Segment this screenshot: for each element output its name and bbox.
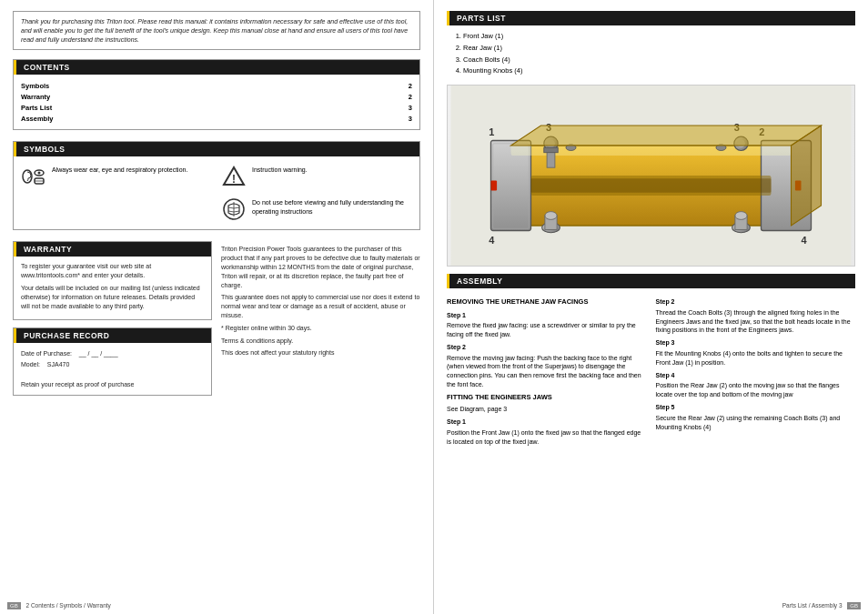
gb-badge-right: GB [847, 602, 861, 609]
intro-text: Thank you for purchasing this Triton too… [21, 18, 408, 43]
symbol-read: Do not use before viewing and fully unde… [221, 196, 412, 222]
warning-icon: ! [221, 164, 247, 189]
contents-page-symbols: 2 [409, 82, 412, 90]
tool-diagram-area: 1 2 3 3 4 4 [447, 85, 855, 267]
warranty-content: To register your guarantee visit our web… [14, 257, 211, 319]
svg-text:!: ! [232, 173, 236, 186]
fitting-step1-label: Step 1 [447, 418, 647, 427]
contents-label-symbols: Symbols [21, 82, 49, 90]
warning-text: Instruction warning. [252, 164, 308, 175]
purchase-date: Date of Purchase: __ / __ / ____ [21, 348, 204, 358]
left-page: Thank you for purchasing this Triton too… [0, 0, 434, 614]
warranty-section: WARRANTY To register your guarantee visi… [13, 241, 212, 320]
assembly-col-left: REMOVING THE URETHANE JAW FACINGS Step 1… [447, 294, 647, 449]
warranty-para-2: Your details will be included on our mai… [21, 284, 204, 310]
svg-point-2 [38, 172, 41, 175]
symbols-content: Always wear ear, eye and respiratory pro… [14, 156, 419, 229]
part-2: Rear Jaw (1) [463, 43, 855, 55]
step1-text: Remove the fixed jaw facing: use a screw… [447, 321, 647, 339]
guarantee-para-3: * Register online within 30 days. [221, 324, 420, 333]
bottom-row: WARRANTY To register your guarantee visi… [13, 241, 420, 403]
symbol-warning: ! Instruction warning. [221, 164, 412, 189]
footer-left-text: 2 Contents / Symbols / Warranty [25, 602, 110, 609]
svg-rect-38 [491, 181, 498, 191]
purchase-section: PURCHASE RECORD Date of Purchase: __ / _… [13, 327, 212, 396]
part-3: Coach Bolts (4) [463, 55, 855, 66]
symbol-ear-eye: Always wear ear, eye and respiratory pro… [21, 164, 212, 222]
contents-table: Symbols 2 Warranty 2 Parts List 3 Assemb… [14, 75, 419, 129]
rstep4-label: Step 4 [656, 371, 856, 380]
svg-text:4: 4 [802, 235, 808, 246]
removing-heading: REMOVING THE URETHANE JAW FACINGS [447, 297, 647, 307]
purchase-model: Model: SJA470 [21, 359, 204, 369]
contents-header: CONTENTS [14, 60, 419, 75]
svg-point-37 [735, 212, 747, 220]
assembly-header: ASSEMBLY [447, 274, 855, 288]
svg-rect-31 [544, 147, 558, 153]
intro-box: Thank you for purchasing this Triton too… [13, 11, 420, 50]
symbols-section: SYMBOLS Always w [13, 141, 420, 230]
purchase-header: PURCHASE RECORD [14, 328, 211, 343]
assembly-section: ASSEMBLY REMOVING THE URETHANE JAW FACIN… [447, 274, 855, 449]
contents-label-partslist: Parts List [21, 104, 52, 112]
contents-row-warranty: Warranty 2 [21, 91, 412, 102]
fitting-step1-text: Position the Front Jaw (1) onto the fixe… [447, 428, 647, 447]
rstep3-text: Fit the Mounting Knobs (4) onto the bolt… [656, 349, 856, 367]
svg-text:1: 1 [489, 126, 494, 137]
ear-eye-icon [21, 164, 46, 189]
contents-section: CONTENTS Symbols 2 Warranty 2 Parts List… [13, 59, 420, 130]
parts-list: Front Jaw (1) Rear Jaw (1) Coach Bolts (… [447, 31, 855, 77]
svg-point-34 [545, 212, 557, 220]
parts-list-section: PARTS LIST Front Jaw (1) Rear Jaw (1) Co… [447, 11, 855, 77]
assembly-col-right: Step 2 Thread the Coach Bolts (3) throug… [656, 294, 856, 449]
warranty-para-1: To register your guarantee visit our web… [21, 262, 204, 280]
contents-page-partslist: 3 [409, 104, 412, 112]
footer-right-text: Parts List / Assembly 3 [782, 602, 843, 609]
step2-label: Step 2 [447, 343, 647, 352]
guarantee-para-2: This guarantee does not apply to commerc… [221, 293, 420, 319]
contents-label-assembly: Assembly [21, 115, 53, 123]
parts-list-header: PARTS LIST [447, 11, 855, 25]
footer-right: Parts List / Assembly 3 GB [782, 602, 861, 609]
contents-label-warranty: Warranty [21, 93, 50, 101]
see-diagram: See Diagram, page 3 [447, 405, 647, 414]
fitting-heading: FITTING THE ENGINEERS JAWS [447, 393, 647, 403]
warranty-header: WARRANTY [14, 242, 211, 257]
part-1: Front Jaw (1) [463, 31, 855, 43]
rstep2-text: Thread the Coach Bolts (3) through the a… [656, 308, 856, 335]
guarantee-para-4: Terms & conditions apply. [221, 337, 420, 346]
gb-badge-left: GB [7, 602, 21, 609]
symbols-header: SYMBOLS [14, 142, 419, 156]
rstep5-text: Secure the Rear Jaw (2) using the remain… [656, 414, 856, 432]
contents-page-assembly: 3 [409, 115, 412, 123]
read-icon [221, 196, 247, 222]
rstep3-label: Step 3 [656, 338, 856, 347]
purchase-retain: Retain your receipt as proof of purchase [21, 379, 204, 389]
svg-rect-17 [531, 178, 772, 192]
step2-text: Remove the moving jaw facing: Push the b… [447, 354, 647, 389]
assembly-columns: REMOVING THE URETHANE JAW FACINGS Step 1… [447, 294, 855, 449]
right-page: PARTS LIST Front Jaw (1) Rear Jaw (1) Co… [434, 0, 868, 614]
rstep2-label: Step 2 [656, 297, 856, 307]
svg-text:4: 4 [489, 235, 495, 246]
contents-row-partslist: Parts List 3 [21, 102, 412, 113]
part-4: Mounting Knobs (4) [463, 65, 855, 77]
rstep5-label: Step 5 [656, 403, 856, 412]
symbols-right: ! Instruction warning. [221, 164, 412, 222]
step1-label: Step 1 [447, 311, 647, 320]
contents-page-warranty: 2 [409, 93, 412, 101]
warranty-left: WARRANTY To register your guarantee visi… [13, 241, 212, 403]
contents-row-symbols: Symbols 2 [21, 80, 412, 91]
ear-eye-text: Always wear ear, eye and respiratory pro… [52, 164, 187, 175]
guarantee-para-1: Triton Precision Power Tools guarantees … [221, 245, 420, 289]
purchase-content: Date of Purchase: __ / __ / ____ Model: … [14, 343, 211, 395]
read-text: Do not use before viewing and fully unde… [252, 196, 412, 216]
triton-guarantee: Triton Precision Power Tools guarantees … [221, 241, 420, 403]
contents-row-assembly: Assembly 3 [21, 113, 412, 124]
rstep4-text: Position the Rear Jaw (2) onto the movin… [656, 381, 856, 399]
guarantee-para-5: This does not affect your statutory righ… [221, 348, 420, 357]
footer-left: GB 2 Contents / Symbols / Warranty [7, 602, 111, 609]
